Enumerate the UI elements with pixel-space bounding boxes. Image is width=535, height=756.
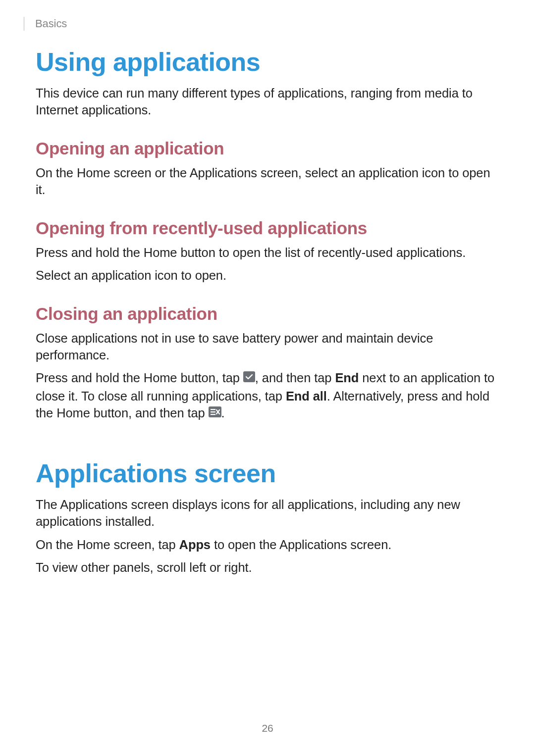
heading-opening-an-application: Opening an application (36, 139, 501, 158)
paragraph: To view other panels, scroll left or rig… (36, 559, 501, 576)
heading-closing-an-application: Closing an application (36, 304, 501, 324)
text: to open the Applications screen. (211, 538, 391, 552)
paragraph: Close applications not in use to save ba… (36, 330, 501, 364)
header-section-label: Basics (35, 17, 67, 30)
svg-rect-4 (211, 414, 215, 415)
paragraph-apps-instruction: On the Home screen, tap Apps to open the… (36, 536, 501, 553)
bold-text: End (335, 371, 359, 385)
paragraph-closing-instructions: Press and hold the Home button, tap , an… (36, 369, 501, 422)
paragraph: This device can run many different types… (36, 85, 501, 119)
close-all-icon (209, 404, 221, 421)
section-applications-screen: Applications screen The Applications scr… (36, 458, 501, 576)
svg-rect-2 (211, 409, 215, 410)
svg-rect-0 (243, 371, 255, 382)
bold-text: Apps (179, 538, 211, 552)
text: . (221, 406, 225, 420)
page-content: Using applications This device can run m… (36, 47, 501, 582)
text: On the Home screen, tap (36, 538, 179, 552)
text: Press and hold the Home button, tap (36, 371, 243, 385)
heading-opening-from-recently-used: Opening from recently-used applications (36, 218, 501, 238)
paragraph: On the Home screen or the Applications s… (36, 164, 501, 199)
page-header: Basics (24, 17, 67, 31)
heading-using-applications: Using applications (36, 47, 501, 77)
heading-applications-screen: Applications screen (36, 458, 501, 488)
bold-text: End all (286, 389, 327, 403)
header-divider (24, 17, 24, 31)
svg-rect-3 (211, 411, 215, 412)
page-number: 26 (0, 722, 535, 734)
paragraph: The Applications screen displays icons f… (36, 496, 501, 530)
task-manager-icon (243, 369, 255, 386)
paragraph: Press and hold the Home button to open t… (36, 244, 501, 261)
text: , and then tap (255, 371, 335, 385)
paragraph: Select an application icon to open. (36, 267, 501, 284)
